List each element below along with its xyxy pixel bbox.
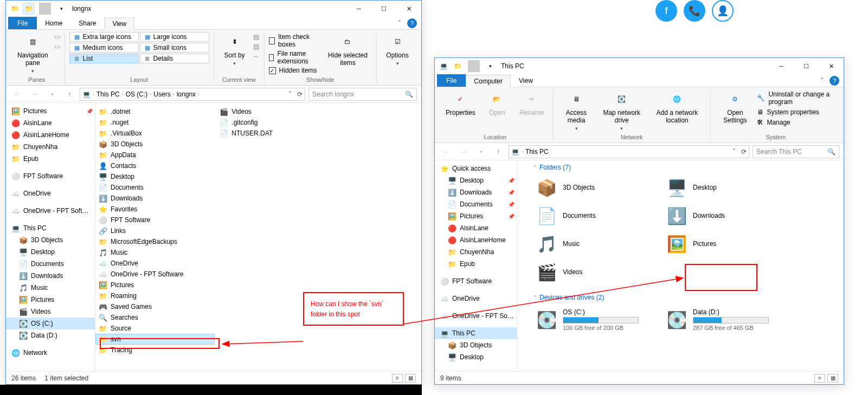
address-refresh-icon[interactable]: ⟳ (741, 148, 747, 156)
preview-pane-button[interactable]: ▭ (54, 33, 60, 41)
forward-button[interactable]: → (456, 145, 471, 159)
add-network-button[interactable]: 🌐Add a network location (648, 89, 706, 125)
breadcrumb-thispc[interactable]: This PC (525, 148, 549, 156)
tree-item-videos[interactable]: 🎬Videos (6, 306, 95, 318)
minimize-button[interactable]: ─ (346, 1, 371, 17)
tree-item-os-c-[interactable]: 💽OS (C:) (6, 318, 95, 329)
this-pc-content[interactable]: ˅Folders (7) 📦3D Objects🖥️Desktop📄Docume… (517, 160, 844, 371)
layout-details[interactable]: ≣Details (140, 54, 209, 63)
breadcrumb-thispc[interactable]: This PC› (97, 90, 124, 98)
address-dropdown-icon[interactable]: ˅ (288, 90, 292, 98)
view-icons-icon[interactable]: ▦ (827, 374, 838, 383)
navigation-pane-button[interactable]: ▥ Navigation pane (14, 32, 52, 75)
drive-os-c-[interactable]: 💽OS (C:)106 GB free of 200 GB (533, 303, 664, 336)
file-item-onedrive-fpt-software[interactable]: ☁️OneDrive - FPT Software (95, 269, 215, 280)
breadcrumb-longnx[interactable]: longnx› (177, 90, 200, 98)
maximize-button[interactable]: ☐ (371, 1, 396, 17)
tree-item-quick-access[interactable]: ⭐Quick access (435, 163, 517, 174)
add-columns-button[interactable]: ▤ (253, 43, 260, 50)
file-item-desktop[interactable]: 🖥️Desktop (95, 171, 215, 182)
qat-overflow-icon[interactable]: ▾ (55, 3, 67, 15)
view-details-icon[interactable]: ≡ (814, 374, 825, 383)
size-columns-button[interactable]: ↔ (253, 53, 260, 60)
file-tab[interactable]: File (437, 74, 466, 87)
file-item-3d-objects[interactable]: 📦3D Objects (95, 139, 215, 150)
ribbon-collapse-icon[interactable]: ˄ (815, 74, 828, 87)
share-tab[interactable]: Share (70, 17, 104, 29)
file-item-roaming[interactable]: 📁Roaming (95, 290, 215, 301)
folder-3d-objects[interactable]: 📦3D Objects (533, 173, 664, 202)
file-item--dotnet[interactable]: 📁.dotnet (95, 106, 215, 117)
file-item-downloads[interactable]: ⬇️Downloads (95, 193, 215, 204)
file-item--gitconfig[interactable]: 📄.gitconfig (216, 117, 336, 128)
phone-button[interactable]: 📞 (684, 0, 705, 22)
tree-item-chuyennha[interactable]: 📁ChuyenNha (6, 141, 95, 153)
tree-item-documents[interactable]: 📄Documents (6, 258, 95, 270)
folder-pictures[interactable]: 🖼️Pictures (664, 230, 794, 258)
back-button[interactable]: ← (10, 87, 24, 101)
item-checkboxes-toggle[interactable]: Item check boxes (269, 33, 322, 48)
tree-item-pictures[interactable]: 🖼️Pictures📌 (6, 105, 95, 117)
tree-item-epub[interactable]: 📁Epub (435, 258, 517, 270)
tree-item-onedrive-fpt-software[interactable]: ☁️OneDrive - FPT Software (435, 310, 517, 322)
qat-overflow-icon[interactable]: ▾ (484, 60, 496, 72)
file-item-onedrive[interactable]: ☁️OneDrive (95, 258, 215, 269)
tree-item-3d-objects[interactable]: 📦3D Objects (435, 339, 517, 351)
maximize-button[interactable]: ☐ (794, 58, 819, 74)
manage-button[interactable]: 🛠Manage (757, 119, 836, 126)
address-dropdown-icon[interactable]: ˅ (732, 148, 736, 156)
file-extensions-toggle[interactable]: File name extensions (269, 50, 322, 65)
folder-desktop[interactable]: 🖥️Desktop (664, 173, 794, 202)
layout-large[interactable]: ▦Large icons (140, 32, 209, 42)
options-button[interactable]: ☑Options (381, 32, 414, 68)
home-tab[interactable]: Home (37, 17, 70, 29)
tree-item-this-pc[interactable]: 💻This PC (435, 327, 517, 339)
tree-item-fpt-software[interactable]: ⚪FPT Software (435, 275, 517, 287)
view-tab[interactable]: View (511, 74, 541, 87)
file-item-searches[interactable]: 🔍Searches (95, 312, 215, 323)
tree-item-this-pc[interactable]: 💻This PC (6, 222, 95, 234)
tree-item-downloads[interactable]: ⬇️Downloads (6, 270, 95, 282)
search-box[interactable]: Search longnx🔍 (308, 88, 417, 101)
tree-item-pictures[interactable]: 🖼️Pictures (6, 294, 95, 306)
tree-item-downloads[interactable]: ⬇️Downloads📌 (435, 186, 517, 198)
folder-videos[interactable]: 🎬Videos (533, 258, 664, 286)
devices-group-header[interactable]: ˅Devices and drives (2) (517, 290, 844, 303)
access-media-button[interactable]: 🖥Access media (557, 89, 596, 133)
tree-item-3d-objects[interactable]: 📦3D Objects (6, 234, 95, 246)
tree-item-network[interactable]: 🌐Network (6, 347, 95, 359)
tree-item-desktop[interactable]: 🖥️Desktop (435, 351, 517, 363)
view-icons-icon[interactable]: ▦ (405, 374, 416, 383)
recent-button[interactable]: ▾ (45, 87, 59, 101)
folder-documents[interactable]: 📄Documents (533, 202, 664, 230)
details-pane-button[interactable]: ▭ (54, 43, 60, 50)
quick-folder-icon[interactable]: 📁 (452, 60, 464, 72)
tree-item-chuyennha[interactable]: 📁ChuyenNha (435, 246, 517, 258)
address-refresh-icon[interactable]: ⟳ (297, 90, 303, 98)
open-button[interactable]: 📂Open (481, 89, 513, 118)
layout-list[interactable]: ≣List (69, 54, 139, 63)
open-settings-button[interactable]: ⚙Open Settings (715, 89, 755, 125)
file-item-documents[interactable]: 📄Documents (95, 182, 215, 193)
file-item-favorites[interactable]: ⭐Favorites (95, 204, 215, 215)
file-item--virtualbox[interactable]: 📁.VirtualBox (95, 128, 215, 139)
layout-gallery[interactable]: ▦Extra large icons ▦Large icons ▦Medium … (69, 32, 209, 63)
quick-folder-icon[interactable]: 📁 (23, 3, 35, 15)
back-button[interactable]: ← (439, 145, 453, 159)
file-list[interactable]: 📁.dotnet📁.nuget📁.VirtualBox📦3D Objects📁A… (95, 103, 421, 371)
address-bar[interactable]: 💻› This PC› OS (C:)› Users› longnx› ˅ ⟳ (80, 88, 305, 101)
up-button[interactable]: ↑ (491, 145, 505, 159)
file-item-saved-games[interactable]: 🎮Saved Games (95, 301, 215, 312)
file-item-source[interactable]: 📁Source (95, 323, 215, 334)
file-item-fpt-software[interactable]: ⚪FPT Software (95, 215, 215, 225)
tree-item-aisinlane[interactable]: 🔴AisinLane (435, 222, 517, 234)
facebook-button[interactable]: f (655, 0, 677, 22)
rename-button[interactable]: ✏Rename (516, 89, 548, 118)
system-properties-button[interactable]: 🖥System properties (757, 108, 836, 116)
file-item-pictures[interactable]: 🖼️Pictures (95, 280, 215, 290)
tree-item-desktop[interactable]: 🖥️Desktop (6, 246, 95, 258)
tree-item-desktop[interactable]: 🖥️Desktop📌 (435, 174, 517, 186)
tree-item-fpt-software[interactable]: ⚪FPT Software (6, 170, 95, 182)
hide-selected-button[interactable]: 🗀Hide selected items (324, 32, 372, 68)
tree-item-data-d-[interactable]: 💽Data (D:) (6, 329, 95, 341)
